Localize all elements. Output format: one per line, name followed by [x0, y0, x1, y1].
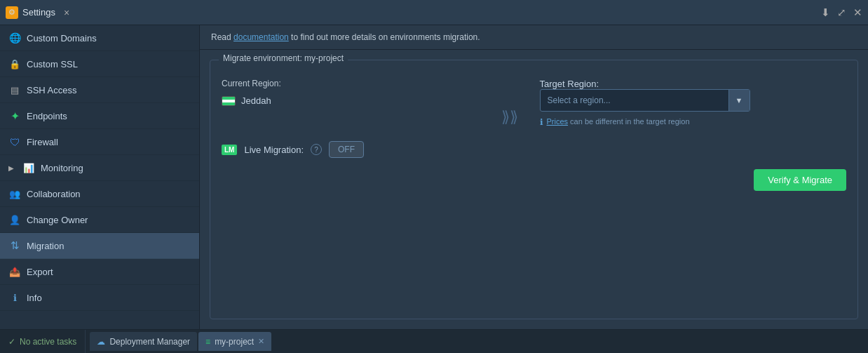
- download-icon[interactable]: ⬇: [821, 6, 830, 19]
- verify-migrate-button[interactable]: Verify & Migrate: [754, 169, 846, 191]
- current-region-name: Jeddah: [241, 95, 271, 106]
- endpoints-icon: ✦: [8, 109, 21, 122]
- region-select[interactable]: Select a region... ▼: [540, 89, 750, 112]
- monitoring-icon: 📊: [22, 161, 35, 174]
- sidebar-item-collaboration[interactable]: 👥 Collaboration: [0, 181, 199, 207]
- close-window-icon[interactable]: ✕: [853, 6, 862, 19]
- sidebar-label-export: Export: [27, 267, 53, 277]
- sidebar-item-monitoring[interactable]: ▶ 📊 Monitoring: [0, 155, 199, 181]
- price-note-text: can be different in the target region: [568, 117, 689, 126]
- deployment-manager-label: Deployment Manager: [109, 337, 190, 347]
- verify-btn-row: Verify & Migrate: [222, 169, 846, 191]
- window-title: Settings: [22, 7, 55, 18]
- bottom-tabs-area: ☁ Deployment Manager ≡ my-project ✕: [86, 330, 276, 353]
- sidebar-item-custom-domains[interactable]: 🌐 Custom Domains: [0, 25, 199, 51]
- expand-arrow-icon: ▶: [8, 164, 14, 172]
- sidebar-item-custom-ssl[interactable]: 🔒 Custom SSL: [0, 51, 199, 77]
- main-layout: 🌐 Custom Domains 🔒 Custom SSL ▤ SSH Acce…: [0, 25, 868, 329]
- bottom-tab-my-project[interactable]: ≡ my-project ✕: [198, 332, 271, 351]
- info-bar-text: Read: [211, 32, 233, 42]
- sidebar-label-custom-ssl: Custom SSL: [27, 59, 78, 69]
- settings-icon: ⚙: [6, 6, 18, 19]
- export-icon: 📤: [8, 265, 21, 278]
- sidebar-label-migration: Migration: [27, 241, 64, 251]
- migration-icon: ⇅: [8, 239, 21, 252]
- sidebar-label-custom-domains: Custom Domains: [27, 33, 97, 44]
- status-text: No active tasks: [20, 337, 76, 347]
- info-bar-text-after: to find out more details on environments…: [291, 32, 480, 42]
- region-select-placeholder: Select a region...: [541, 95, 728, 105]
- ssl-icon: 🔒: [8, 58, 21, 70]
- live-migration-row: LM Live Migration: ? OFF: [222, 141, 846, 158]
- sidebar-label-change-owner: Change Owner: [27, 215, 88, 225]
- live-migration-toggle[interactable]: OFF: [329, 141, 364, 158]
- migration-grid: Current Region: Jeddah Target Region: Se…: [222, 79, 846, 127]
- sidebar-item-export[interactable]: 📤 Export: [0, 259, 199, 285]
- collaboration-icon: 👥: [8, 187, 21, 200]
- sidebar-label-monitoring: Monitoring: [41, 163, 83, 173]
- sidebar-label-collaboration: Collaboration: [27, 189, 81, 199]
- sidebar-label-ssh-access: SSH Access: [27, 85, 77, 95]
- prices-link[interactable]: Prices: [547, 117, 569, 126]
- jeddah-flag-icon: [222, 96, 236, 106]
- firewall-icon: 🛡: [8, 135, 21, 148]
- sidebar-label-firewall: Firewall: [27, 137, 58, 147]
- bottom-tab-deployment-manager[interactable]: ☁ Deployment Manager: [90, 332, 197, 351]
- sidebar-label-endpoints: Endpoints: [27, 111, 67, 121]
- content-area: Read documentation to find out more deta…: [200, 25, 868, 329]
- sidebar-item-migration[interactable]: ⇅ Migration: [0, 233, 199, 259]
- sidebar-item-info[interactable]: ℹ Info: [0, 285, 199, 311]
- region-select-dropdown-icon[interactable]: ▼: [728, 90, 750, 111]
- current-region-display: Jeddah: [222, 95, 529, 106]
- sidebar-label-info: Info: [27, 293, 42, 303]
- change-owner-icon: 👤: [8, 213, 21, 226]
- my-project-tab-close-icon[interactable]: ✕: [258, 337, 264, 346]
- bottom-bar: ✓ No active tasks ☁ Deployment Manager ≡…: [0, 329, 868, 353]
- lm-badge: LM: [222, 145, 237, 155]
- title-bar: ⚙ Settings × ⬇ ⤢ ✕: [0, 0, 868, 25]
- title-bar-controls: ⬇ ⤢ ✕: [821, 6, 862, 19]
- globe-icon: 🌐: [8, 32, 21, 44]
- target-region-label: Target Region:: [540, 79, 847, 89]
- sidebar-item-change-owner[interactable]: 👤 Change Owner: [0, 207, 199, 233]
- price-note-content: Prices can be different in the target re…: [547, 117, 690, 126]
- migration-panel: Migrate environment: my-project Current …: [210, 60, 858, 319]
- sidebar-item-firewall[interactable]: 🛡 Firewall: [0, 129, 199, 155]
- documentation-link[interactable]: documentation: [233, 32, 289, 42]
- tab-close-icon[interactable]: ×: [64, 7, 69, 18]
- current-region-section: Current Region: Jeddah: [222, 79, 529, 127]
- my-project-label: my-project: [215, 337, 254, 347]
- target-region-section: Target Region: Select a region... ▼ ℹ Pr…: [540, 79, 847, 127]
- sidebar-item-ssh-access[interactable]: ▤ SSH Access: [0, 77, 199, 103]
- info-icon: ℹ: [8, 291, 21, 304]
- sidebar-item-endpoints[interactable]: ✦ Endpoints: [0, 103, 199, 129]
- panel-title: Migrate environment: my-project: [219, 53, 348, 63]
- my-project-icon: ≡: [205, 337, 210, 347]
- live-migration-help-icon[interactable]: ?: [311, 144, 322, 155]
- sidebar: 🌐 Custom Domains 🔒 Custom SSL ▤ SSH Acce…: [0, 25, 200, 329]
- ssh-icon: ▤: [8, 84, 21, 96]
- title-bar-left: ⚙ Settings ×: [6, 6, 69, 19]
- live-migration-label: Live Migration:: [244, 145, 304, 155]
- info-bar: Read documentation to find out more deta…: [200, 25, 868, 50]
- price-info-icon: ℹ: [540, 117, 543, 127]
- current-region-label: Current Region:: [222, 79, 529, 88]
- check-icon: ✓: [8, 337, 15, 347]
- deployment-manager-icon: ☁: [97, 337, 105, 347]
- price-note: ℹ Prices can be different in the target …: [540, 117, 708, 127]
- expand-icon[interactable]: ⤢: [837, 6, 846, 19]
- status-bar: ✓ No active tasks: [0, 330, 86, 353]
